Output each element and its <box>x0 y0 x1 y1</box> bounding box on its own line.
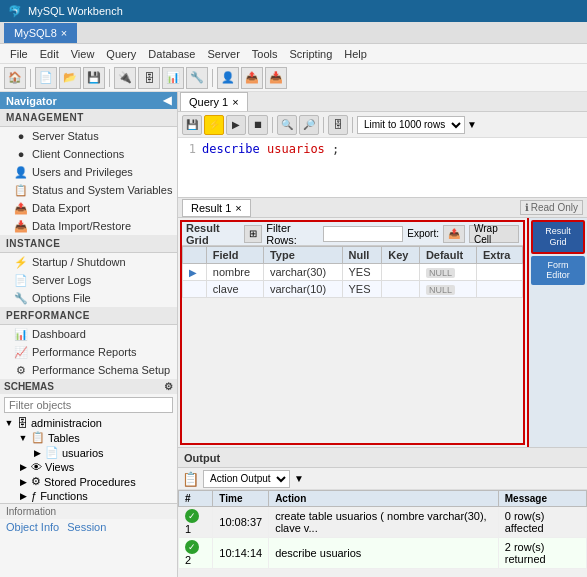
sidebar-item-perf-schema[interactable]: ⚙ Performance Schema Setup <box>0 361 177 379</box>
toolbar-import[interactable]: 📥 <box>265 67 287 89</box>
table-name: usuarios <box>62 447 104 459</box>
output-table-wrap: # Time Action Message ✓ 1 10:08:37 <box>178 490 587 577</box>
result-tab-close[interactable]: × <box>235 202 241 214</box>
sidebar-item-data-import[interactable]: 📥 Data Import/Restore <box>0 217 177 235</box>
app-tab-mysql8[interactable]: MySQL8 × <box>4 23 77 43</box>
result-row-2[interactable]: clave varchar(10) YES NULL <box>183 281 523 298</box>
wrap-cell-btn[interactable]: Wrap Cell <box>469 225 519 243</box>
sidebar-item-label: Data Import/Restore <box>32 220 131 232</box>
sidebar-header: Navigator ◀ <box>0 92 177 109</box>
menu-database[interactable]: Database <box>142 44 201 63</box>
row1-extra <box>476 264 522 281</box>
sidebar-item-server-logs[interactable]: 📄 Server Logs <box>0 271 177 289</box>
result-filter-icon-btn[interactable]: ⊞ <box>244 225 262 243</box>
result-tab-1[interactable]: Result 1 × <box>182 199 251 217</box>
form-editor-panel-btn[interactable]: FormEditor <box>531 256 585 286</box>
perf-schema-icon: ⚙ <box>14 363 28 377</box>
query-sep-2 <box>323 117 324 133</box>
action-output-select[interactable]: Action Output <box>203 470 290 488</box>
menu-edit[interactable]: Edit <box>34 44 65 63</box>
sidebar-item-dashboard[interactable]: 📊 Dashboard <box>0 325 177 343</box>
query-inspect-btn[interactable]: 🔎 <box>299 115 319 135</box>
sidebar-item-server-status[interactable]: ● Server Status <box>0 127 177 145</box>
sql-table-name: usuarios <box>267 142 325 156</box>
menu-view[interactable]: View <box>65 44 101 63</box>
query-tab-close[interactable]: × <box>232 96 238 108</box>
result-grid-label: Result Grid <box>186 222 240 246</box>
sidebar-item-label: Server Status <box>32 130 99 142</box>
data-export-icon: 📤 <box>14 201 28 215</box>
toolbar-table[interactable]: 📊 <box>162 67 184 89</box>
app-tab-bar: MySQL8 × <box>0 22 587 44</box>
menu-scripting[interactable]: Scripting <box>284 44 339 63</box>
sidebar-item-label: Data Export <box>32 202 90 214</box>
schema-item-administracion[interactable]: ▼ 🗄 administracion <box>0 416 177 430</box>
col-arrow <box>183 247 207 264</box>
sidebar-item-label: Startup / Shutdown <box>32 256 126 268</box>
result-grid-panel-btn[interactable]: ResultGrid <box>531 220 585 254</box>
result-tab-label: Result 1 <box>191 202 231 214</box>
sidebar-item-client-connections[interactable]: ● Client Connections <box>0 145 177 163</box>
sidebar-collapse-icon[interactable]: ◀ <box>163 94 171 107</box>
toolbar-connect[interactable]: 🔌 <box>114 67 136 89</box>
sql-content[interactable]: describe usuarios ; <box>202 142 339 193</box>
toolbar-home[interactable]: 🏠 <box>4 67 26 89</box>
query-run-btn[interactable]: ⚡ <box>204 115 224 135</box>
info-circle-icon: ℹ <box>525 202 529 213</box>
menu-server[interactable]: Server <box>201 44 245 63</box>
toolbar-user[interactable]: 👤 <box>217 67 239 89</box>
toolbar-schema[interactable]: 🗄 <box>138 67 160 89</box>
app-tab-close[interactable]: × <box>61 27 67 39</box>
sql-editor[interactable]: 1 describe usuarios ; <box>178 138 587 198</box>
schema-views[interactable]: ▶ 👁 Views <box>0 460 177 474</box>
server-status-icon: ● <box>14 129 28 143</box>
toolbar-new-query[interactable]: 📄 <box>35 67 57 89</box>
menu-file[interactable]: File <box>4 44 34 63</box>
usuarios-arrow: ▶ <box>32 448 42 458</box>
export-btn[interactable]: 📤 <box>443 225 465 243</box>
sidebar-item-data-export[interactable]: 📤 Data Export <box>0 199 177 217</box>
app-icon: 🐬 <box>8 5 22 18</box>
sidebar-item-startup[interactable]: ⚡ Startup / Shutdown <box>0 253 177 271</box>
tables-label: Tables <box>48 432 80 444</box>
info-tab-object[interactable]: Object Info <box>6 521 59 533</box>
menu-help[interactable]: Help <box>338 44 373 63</box>
menu-query[interactable]: Query <box>100 44 142 63</box>
info-tab-session[interactable]: Session <box>67 521 106 533</box>
schema-functions[interactable]: ▶ ƒ Functions <box>0 489 177 503</box>
result-row-1[interactable]: ▶ nombre varchar(30) YES NULL <box>183 264 523 281</box>
menu-tools[interactable]: Tools <box>246 44 284 63</box>
toolbar-export[interactable]: 📤 <box>241 67 263 89</box>
limit-rows-select[interactable]: Limit to 1000 rows <box>357 116 465 134</box>
sidebar-item-options[interactable]: 🔧 Options File <box>0 289 177 307</box>
users-icon: 👤 <box>14 165 28 179</box>
query-run-sel-btn[interactable]: ▶ <box>226 115 246 135</box>
schemas-controls: ⚙ <box>164 381 173 392</box>
query-sep-3 <box>352 117 353 133</box>
filter-rows-input[interactable] <box>323 226 403 242</box>
sidebar-item-status-vars[interactable]: 📋 Status and System Variables <box>0 181 177 199</box>
results-section: Result 1 × ℹ Read Only Result Grid ⊞ Fil… <box>178 198 587 447</box>
row2-key <box>382 281 420 298</box>
query-stop-btn[interactable]: ⏹ <box>248 115 268 135</box>
perf-reports-icon: 📈 <box>14 345 28 359</box>
query-save-btn[interactable]: 💾 <box>182 115 202 135</box>
tables-arrow: ▼ <box>18 433 28 443</box>
schemas-filter-input[interactable] <box>4 397 173 413</box>
query-schema-btn[interactable]: 🗄 <box>328 115 348 135</box>
toolbar-wrench[interactable]: 🔧 <box>186 67 208 89</box>
schema-stored-procs[interactable]: ▶ ⚙ Stored Procedures <box>0 474 177 489</box>
query-tab-1[interactable]: Query 1 × <box>180 92 248 111</box>
out-row1-num: ✓ 1 <box>179 507 213 538</box>
status-ok-icon-2: ✓ <box>185 540 199 554</box>
toolbar-save[interactable]: 💾 <box>83 67 105 89</box>
row2-type: varchar(10) <box>263 281 342 298</box>
row1-key <box>382 264 420 281</box>
sidebar-item-perf-reports[interactable]: 📈 Performance Reports <box>0 343 177 361</box>
schema-tables[interactable]: ▼ 📋 Tables <box>0 430 177 445</box>
row2-extra <box>476 281 522 298</box>
toolbar-open[interactable]: 📂 <box>59 67 81 89</box>
sidebar-item-users[interactable]: 👤 Users and Privileges <box>0 163 177 181</box>
schema-table-usuarios[interactable]: ▶ 📄 usuarios <box>0 445 177 460</box>
query-explain-btn[interactable]: 🔍 <box>277 115 297 135</box>
